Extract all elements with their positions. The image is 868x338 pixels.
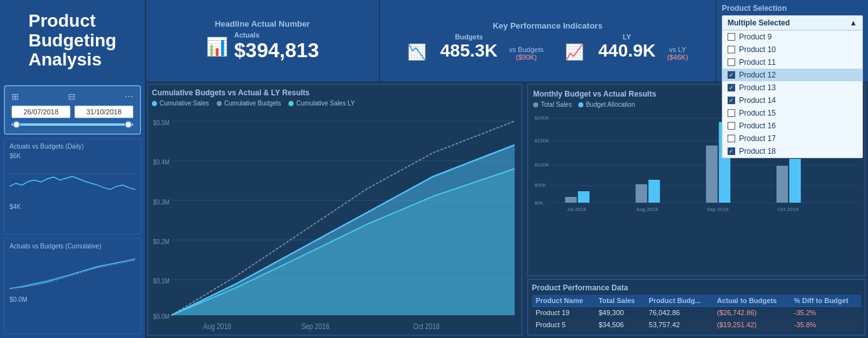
svg-rect-28 — [565, 197, 576, 203]
cell-budget: 76,042.86 — [645, 307, 713, 319]
page-title: Product Budgeting Analysis — [29, 11, 116, 70]
kpi-panel: Key Performance Indicators 📉 Budgets 485… — [379, 0, 715, 81]
cumulative-y-min: $0.0M — [10, 296, 27, 303]
dropdown-item[interactable]: ✓Product 18 — [722, 145, 862, 158]
cumulative-chart-legend: Cumulative SalesCumulative BudgetsCumula… — [152, 100, 518, 107]
slider-thumb-right[interactable] — [125, 121, 132, 128]
cumulative-chart-title: Cumulative Budgets vs Actual & LY Result… — [152, 88, 518, 97]
bar-legend-dot — [533, 102, 538, 107]
svg-text:$0.5M: $0.5M — [153, 119, 170, 126]
table-title: Product Performance Data — [532, 283, 861, 292]
cell-actual-to-budget: ($26,742.86) — [713, 307, 790, 319]
date-start-input[interactable]: 26/07/2018 — [11, 105, 71, 118]
date-end-input[interactable]: 31/10/2018 — [74, 105, 133, 118]
dropdown-header[interactable]: Multiple Selected ▲ — [722, 16, 862, 30]
svg-text:$50K: $50K — [534, 182, 546, 188]
bar-legend-label: Budget Allocation — [586, 101, 635, 108]
col-actual-to-budget: Actual to Budgets — [713, 295, 790, 307]
table-row: Product 5 $34,506 53,757.42 ($19,251.42)… — [532, 319, 861, 331]
checkbox: ✓ — [728, 147, 735, 155]
cumulative-chart-svg: $0.5M $0.4M $0.3M $0.2M $0.1M $0.0M Aug … — [152, 109, 518, 331]
cell-product-name: Product 5 — [532, 319, 595, 331]
checkbox — [728, 46, 735, 53]
dropdown-item-label: Product 10 — [739, 45, 776, 54]
title-panel: Product Budgeting Analysis — [0, 0, 145, 81]
product-selection-panel: Product Selection Multiple Selected ▲ Pr… — [715, 0, 868, 81]
ly-label: LY — [623, 33, 631, 41]
slider-thumb-left[interactable] — [13, 121, 20, 128]
bar-legend-dot — [578, 102, 583, 107]
table-header-row: Product Name Total Sales Product Budg...… — [532, 295, 861, 307]
cell-pct-diff: -35.8% — [790, 319, 861, 331]
table-panel: Product Performance Data Product Name To… — [527, 279, 865, 335]
dropdown-item-label: Product 9 — [739, 32, 771, 41]
bar-legend-label: Total Sales — [541, 101, 572, 108]
dropdown-item-label: Product 13 — [739, 83, 776, 92]
actuals-sub-label: Actuals — [234, 31, 319, 39]
vs-ly-value: ($46K) — [667, 53, 688, 61]
svg-text:$0.0M: $0.0M — [153, 313, 170, 320]
svg-text:Oct 2018: Oct 2018 — [413, 323, 440, 331]
cell-pct-diff: -35.2% — [790, 307, 861, 319]
svg-text:Aug 2018: Aug 2018 — [203, 323, 231, 331]
col-pct-diff: % Diff to Budget — [790, 295, 861, 307]
dropdown-item[interactable]: Product 15 — [722, 107, 862, 119]
svg-text:$0.2M: $0.2M — [153, 238, 170, 245]
svg-text:Jul 2018: Jul 2018 — [567, 206, 587, 212]
col-product-budget: Product Budg... — [645, 295, 713, 307]
slicer-expand-icon: ⊟ — [68, 91, 76, 102]
dropdown-items-list: Product 9Product 10Product 11✓Product 12… — [722, 30, 862, 158]
svg-text:$0.1M: $0.1M — [153, 277, 170, 285]
dropdown-item[interactable]: Product 10 — [722, 43, 862, 56]
svg-rect-34 — [776, 166, 788, 203]
kpi-budgets-icon: 📉 — [407, 43, 426, 61]
svg-rect-32 — [706, 145, 717, 203]
col-total-sales: Total Sales — [595, 295, 645, 307]
product-selection-label: Product Selection — [722, 4, 863, 13]
date-slider-track[interactable] — [11, 123, 133, 126]
dropdown-selected-text: Multiple Selected — [728, 18, 790, 27]
actuals-cumulative-chart — [10, 252, 135, 290]
budgets-value: 485.3K — [440, 41, 498, 61]
dropdown-item-label: Product 12 — [739, 71, 776, 79]
legend-item: Cumulative Sales LY — [288, 100, 355, 107]
legend-label: Cumulative Sales — [159, 100, 209, 107]
dropdown-item[interactable]: ✓Product 14 — [722, 94, 862, 107]
headline-value: $394,813 — [234, 39, 319, 62]
checkbox — [728, 33, 735, 41]
dropdown-item[interactable]: ✓Product 12 — [722, 69, 862, 81]
date-slicer[interactable]: ⊞ ⊟ ⋯ 26/07/2018 31/10/2018 — [4, 85, 141, 135]
dropdown-item[interactable]: Product 17 — [722, 132, 862, 145]
checkbox — [728, 58, 735, 66]
legend-item: Cumulative Sales — [152, 100, 209, 107]
dropdown-item[interactable]: Product 16 — [722, 119, 862, 132]
product-selection-dropdown[interactable]: Multiple Selected ▲ Product 9Product 10P… — [722, 15, 863, 158]
main-chart-area: Cumulative Budgets vs Actual & LY Result… — [147, 84, 522, 335]
svg-text:Oct 2018: Oct 2018 — [778, 206, 799, 212]
svg-rect-31 — [648, 180, 660, 203]
legend-label: Cumulative Budgets — [224, 100, 281, 107]
svg-text:$0.3M: $0.3M — [153, 198, 170, 206]
legend-label: Cumulative Sales LY — [296, 100, 355, 107]
svg-rect-30 — [635, 184, 647, 203]
checkbox: ✓ — [728, 71, 735, 79]
cell-budget: 53,757.42 — [645, 319, 713, 331]
cell-product-name: Product 19 — [532, 307, 595, 319]
dropdown-item[interactable]: ✓Product 13 — [722, 81, 862, 94]
svg-text:$0K: $0K — [534, 200, 544, 206]
legend-dot — [152, 101, 157, 106]
dropdown-item[interactable]: Product 9 — [722, 30, 862, 43]
bar-legend-item: Budget Allocation — [578, 101, 635, 108]
checkbox: ✓ — [728, 97, 735, 104]
checkbox: ✓ — [728, 84, 735, 91]
dropdown-item[interactable]: Product 11 — [722, 56, 862, 69]
slicer-more-icon: ⋯ — [125, 91, 133, 102]
checkbox — [728, 122, 735, 130]
slider-fill — [11, 123, 133, 126]
svg-text:Sep 2018: Sep 2018 — [301, 323, 329, 331]
svg-text:$100K: $100K — [534, 162, 550, 168]
bar-legend-item: Total Sales — [533, 101, 572, 108]
left-sidebar: ⊞ ⊟ ⋯ 26/07/2018 31/10/2018 Actuals vs B… — [0, 81, 145, 338]
vs-budgets-value: ($90K) — [516, 53, 537, 61]
legend-item: Cumulative Budgets — [217, 100, 281, 107]
